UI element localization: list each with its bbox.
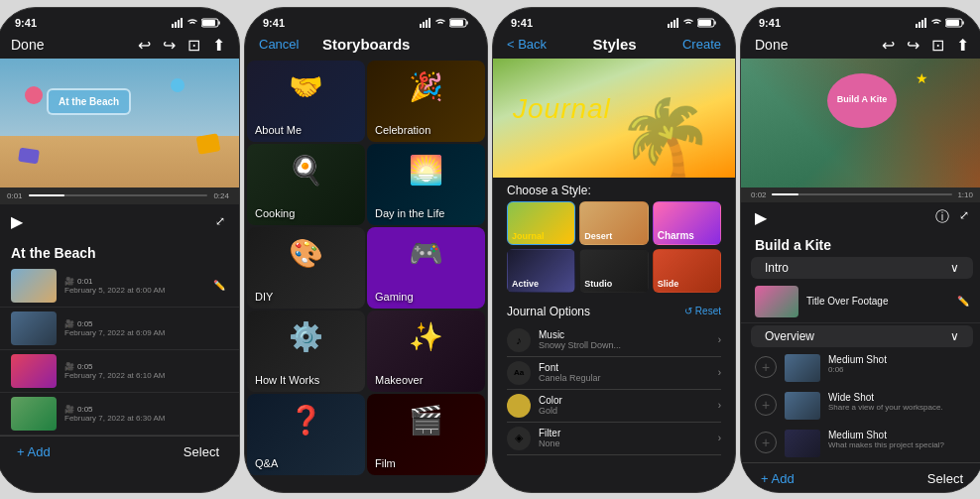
clip-list-1: 🎥 0:01 February 5, 2022 at 6:00 AM ✏️ 🎥 … — [0, 265, 239, 436]
select-button-1[interactable]: Select — [184, 444, 219, 459]
sb-day-in-life[interactable]: 🌅 Day in the Life — [367, 144, 485, 225]
sb-about-me[interactable]: 🤝 About Me — [247, 61, 365, 142]
done-button[interactable]: Done — [11, 37, 44, 53]
overview-medium-shot-2[interactable]: + Medium Shot What makes this project sp… — [741, 425, 980, 462]
add-medium-shot-button[interactable]: + — [755, 356, 777, 378]
svg-rect-3 — [181, 18, 183, 28]
palm-icon: 🌴 — [616, 94, 715, 178]
overview-label: Overview — [765, 329, 814, 343]
sb-gaming[interactable]: 🎮 Gaming — [367, 227, 485, 309]
select-button-4[interactable]: Select — [927, 471, 963, 486]
sb-celebration-label: Celebration — [375, 124, 430, 136]
svg-rect-1 — [175, 22, 177, 28]
timeline-4[interactable]: 0:02 1:10 — [741, 187, 980, 202]
overview-wide-shot[interactable]: + Wide Shot Share a view of your workspa… — [741, 387, 980, 425]
storyboard-icon-4[interactable]: ⊡ — [931, 36, 944, 55]
share-icon-4[interactable]: ⬆ — [956, 36, 969, 55]
overview-chevron: ∨ — [950, 329, 959, 343]
add-medium-shot-2-button[interactable]: + — [755, 432, 777, 453]
phone1-nav: Done ↩ ↪ ⊡ ⬆ — [0, 32, 239, 59]
storyboard-icon[interactable]: ⊡ — [187, 36, 200, 55]
overview-medium-shot[interactable]: + Medium Shot 0:06 — [741, 349, 980, 387]
sb-makeover[interactable]: ✨ Makeover — [367, 311, 485, 392]
timeline-bar-1[interactable] — [29, 194, 208, 196]
phone3-header: < Back Styles Create — [493, 32, 735, 59]
clip-duration-0: 0:01 — [77, 277, 93, 286]
add-wide-shot-button[interactable]: + — [755, 394, 777, 416]
style-desert[interactable]: Desert — [579, 201, 648, 245]
svg-rect-17 — [698, 20, 711, 26]
svg-rect-18 — [916, 24, 918, 28]
overview-segment-header[interactable]: Overview ∨ — [751, 325, 973, 347]
style-studio[interactable]: Studio — [579, 249, 648, 293]
add-button-1[interactable]: + Add — [17, 444, 51, 459]
video-timeline-1[interactable]: 0:01 0:24 — [0, 187, 239, 204]
intro-edit-icon[interactable]: ✏️ — [957, 296, 969, 307]
sb-film[interactable]: 🎬 Film — [367, 394, 485, 475]
sb-qa[interactable]: ❓ Q&A — [247, 394, 365, 475]
sb-how-it-works[interactable]: ⚙️ How It Works — [247, 311, 365, 392]
options-reset-button[interactable]: ↺ Reset — [684, 306, 721, 316]
intro-thumb — [755, 286, 798, 317]
info-button-4[interactable]: ⓘ — [935, 208, 949, 226]
option-color[interactable]: Color Gold › — [507, 390, 721, 423]
style-charms[interactable]: Charms — [653, 201, 721, 245]
sb-diy[interactable]: 🎨 DIY — [247, 227, 365, 309]
clip-item-2[interactable]: 🎥 0:05 February 7, 2022 at 6:10 AM — [0, 350, 239, 393]
option-filter-info: Filter None — [539, 428, 710, 448]
clip-item-0[interactable]: 🎥 0:01 February 5, 2022 at 6:00 AM ✏️ — [0, 265, 239, 308]
film-icon: 🎬 — [409, 404, 443, 437]
share-icon[interactable]: ⬆ — [212, 36, 225, 55]
sb-cooking[interactable]: 🍳 Cooking — [247, 144, 365, 225]
style-active[interactable]: Active — [507, 249, 575, 293]
expand-button-1[interactable]: ⤢ — [215, 214, 225, 228]
svg-rect-20 — [921, 20, 923, 28]
style-slide-label: Slide — [658, 279, 679, 289]
done-button-4[interactable]: Done — [755, 37, 788, 53]
create-button[interactable]: Create — [682, 37, 721, 52]
sb-qa-label: Q&A — [255, 457, 278, 469]
undo-icon-4[interactable]: ↩ — [882, 36, 895, 55]
style-journal[interactable]: Journal — [507, 201, 575, 245]
svg-rect-9 — [429, 18, 430, 28]
section-title-1: At the Beach — [0, 239, 239, 265]
clip-edit-0[interactable]: ✏️ — [213, 280, 225, 291]
option-music[interactable]: ♪ Music Snowy Stroll Down... › — [507, 324, 721, 357]
clip-duration-3: 0:05 — [77, 405, 93, 414]
phone-4: 9:41 Done ↩ ↪ ⊡ ⬆ Build A Kite ★ — [740, 7, 980, 493]
cancel-button[interactable]: Cancel — [259, 37, 299, 52]
undo-icon[interactable]: ↩ — [138, 36, 151, 55]
camera-icon-3: 🎥 — [64, 405, 74, 414]
deco-circle-pink — [25, 86, 43, 104]
status-time-3: 9:41 — [511, 17, 533, 29]
diy-icon: 🎨 — [289, 237, 323, 270]
add-button-4[interactable]: + Add — [761, 471, 795, 486]
style-charms-label: Charms — [658, 230, 694, 241]
timeline-progress-4 — [772, 193, 798, 195]
start-time-4: 0:02 — [751, 190, 767, 199]
deco-rect2 — [18, 147, 40, 164]
intro-info: Title Over Footage — [806, 296, 949, 307]
back-button[interactable]: < Back — [507, 37, 547, 52]
clip-info-3: 🎥 0:05 February 7, 2022 at 6:30 AM — [64, 405, 225, 423]
clip-item-1[interactable]: 🎥 0:05 February 7, 2022 at 6:09 AM — [0, 308, 239, 350]
option-font[interactable]: Aa Font Canela Regular › — [507, 357, 721, 390]
intro-label: Intro — [765, 261, 789, 275]
sb-about-me-label: About Me — [255, 124, 302, 136]
play-button-4[interactable]: ▶ — [755, 208, 767, 227]
timeline-bar-4[interactable] — [772, 193, 953, 195]
play-button-1[interactable]: ▶ — [11, 212, 23, 231]
intro-segment-header[interactable]: Intro ∨ — [751, 257, 973, 279]
svg-rect-15 — [676, 18, 678, 28]
option-filter[interactable]: ◈ Filter None › — [507, 423, 721, 455]
title-over-footage-item[interactable]: Title Over Footage ✏️ — [741, 281, 980, 323]
intro-name: Title Over Footage — [806, 296, 949, 307]
redo-icon[interactable]: ↪ — [163, 36, 176, 55]
expand-button-4[interactable]: ⤢ — [959, 208, 969, 226]
style-slide[interactable]: Slide — [653, 249, 721, 293]
sb-gaming-label: Gaming — [375, 291, 414, 303]
sb-celebration[interactable]: 🎉 Celebration — [367, 61, 485, 142]
redo-icon-4[interactable]: ↪ — [907, 36, 919, 55]
wifi-icon-2 — [435, 18, 445, 28]
clip-item-3[interactable]: 🎥 0:05 February 7, 2022 at 6:30 AM — [0, 393, 239, 436]
